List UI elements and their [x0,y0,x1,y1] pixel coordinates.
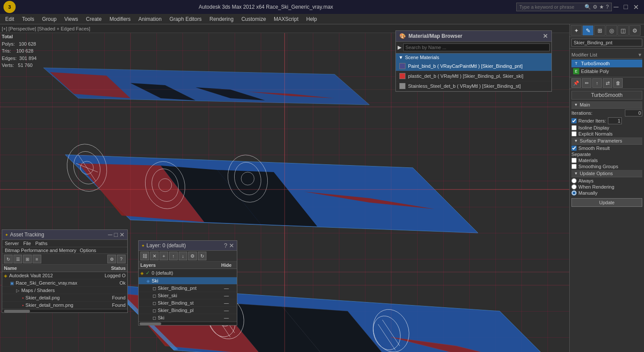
at-row-maps[interactable]: ▷ Maps / Shaders [2,287,127,294]
menu-rendering[interactable]: Rendering [206,15,237,23]
menu-tools[interactable]: Tools [19,15,38,23]
maximize-button[interactable]: □ [622,3,630,11]
menu-create[interactable]: Create [83,15,105,23]
layer-close-button[interactable]: ✕ [229,242,234,249]
manually-radio[interactable] [571,190,577,196]
layer-row-binding-pnt[interactable]: ◻ Skier_Binding_pnt — [139,285,237,292]
at-menu-file[interactable]: File [21,240,33,246]
layer-settings-btn[interactable]: ⚙ [188,252,197,260]
mat-name-0: Paint_bind_b ( VRayCarPaintMtl ) [Skier_… [408,63,523,69]
star-icon[interactable]: ★ [599,4,604,10]
minimize-button[interactable]: ─ [612,3,620,11]
menu-help[interactable]: Help [303,15,321,23]
iterations-input[interactable]: 0 [625,110,642,116]
at-close-button[interactable]: ✕ [120,231,125,238]
close-button[interactable]: ✕ [631,3,641,11]
pin-btn[interactable]: 📌 [571,78,581,88]
explicit-normals-label: Explicit Normals [578,131,613,136]
help-icon[interactable]: ⚙ [593,4,598,10]
question-icon[interactable]: ? [606,4,609,10]
at-scrollbar-horizontal[interactable] [2,309,127,312]
object-name-input[interactable]: Skier_Binding_pnt [571,39,642,46]
layer-row-binding-pl[interactable]: ◻ Skier_Binding_pl — [139,307,237,314]
smooth-result-checkbox[interactable] [571,146,577,151]
at-list-btn[interactable]: ☰ [13,255,22,263]
modifier-turbosmooth[interactable]: T TurboSmooth [571,60,642,67]
layer-move-down-btn[interactable]: ↓ [179,252,187,260]
at-detail-btn[interactable]: ≡ [33,255,41,263]
main-section-header[interactable]: ▼ Main [571,101,642,109]
transform-btn[interactable]: ⇄ [603,78,612,88]
mat-browser-close-button[interactable]: ✕ [543,33,548,40]
mat-search-input[interactable] [403,43,550,51]
at-grid-btn[interactable]: ⊞ [23,255,32,263]
search-input[interactable] [519,4,584,10]
scene-materials-header[interactable]: ▼ Scene Materials [396,53,551,61]
mat-item-0[interactable]: Paint_bind_b ( VRayCarPaintMtl ) [Skier_… [396,61,551,71]
layer-move-up-btn[interactable]: ↑ [169,252,178,260]
at-menu-server[interactable]: Server [3,240,20,246]
search-icon[interactable]: 🔍 [584,4,591,10]
at-row-maxfile[interactable]: ▣ Race_Ski_Generic_vray.max Ok [2,279,127,287]
separate-label: Separate [571,152,642,157]
pencil-btn[interactable]: ✏ [582,78,591,88]
explicit-normals-checkbox[interactable] [571,131,577,136]
layer-add-btn[interactable]: + [159,252,168,260]
menu-group[interactable]: Group [39,15,60,23]
modifier-editable-poly[interactable]: E Editable Poly [571,67,642,75]
when-rendering-radio[interactable] [571,184,577,189]
menu-maxscript[interactable]: MAXScript [270,15,302,23]
mat-item-2[interactable]: Stainless_Steel_det_b ( VRayMtl ) [Skier… [396,81,551,91]
materials-checkbox[interactable] [571,158,577,163]
layer-row-binding-st[interactable]: ◻ Skier_Binding_st — [139,299,237,307]
layer-binding-pnt-icon: ◻ [153,286,156,291]
at-menu-options[interactable]: Options [78,247,98,253]
at-minimize-button[interactable]: ─ [108,231,113,238]
layer-scrollbar-h[interactable] [139,322,237,325]
at-row-skier-detail[interactable]: ▪ Skier_detail.png Found [2,294,127,302]
menu-animation[interactable]: Animation [135,15,165,23]
at-menu-bitmap-perf[interactable]: Bitmap Performance and Memory [3,247,78,253]
menu-graph-editors[interactable]: Graph Editors [166,15,205,23]
surface-params-header[interactable]: ▼ Surface Parameters [571,137,642,145]
layer-delete-btn[interactable]: ✕ [150,252,159,260]
layer-row-ski[interactable]: ◈ Ski [139,277,237,285]
hierarchy-tab[interactable]: ⊞ [594,25,605,36]
render-iters-checkbox[interactable] [571,118,577,123]
at-help-btn[interactable]: ? [117,255,126,263]
right-panel: ✦ ✎ ⊞ ◎ ◫ ⚙ Skier_Binding_pnt Modifier L… [569,24,644,352]
layer-link-btn[interactable]: ⛓ [140,252,149,260]
layer-refresh-btn[interactable]: ↻ [198,252,206,260]
at-row-skier-detail-norm[interactable]: ▪ Skier_detail_norm.png Found [2,302,127,309]
modify-tab[interactable]: ✎ [582,25,594,36]
menu-views[interactable]: Views [61,15,82,23]
layer-help-button[interactable]: ? [224,242,227,249]
update-options-header[interactable]: ▼ Update Options [571,170,642,177]
at-settings-btn[interactable]: ⚙ [107,255,116,263]
materials-row: Materials [571,158,642,163]
layer-row-ski2[interactable]: ◻ Ski — [139,314,237,322]
smoothing-groups-checkbox[interactable] [571,164,577,169]
search-bar[interactable]: 🔍 ⚙ ★ ? [516,3,612,11]
utilities-tab[interactable]: ⚙ [629,25,641,36]
delete-mod-btn[interactable]: 🗑 [613,78,623,88]
menu-edit[interactable]: Edit [2,15,18,23]
layer-row-default[interactable]: ◈ ✓ 0 (default) [139,269,237,277]
display-tab[interactable]: ◫ [617,25,629,36]
menu-customize[interactable]: Customize [238,15,269,23]
create-tab[interactable]: ✦ [571,25,582,36]
at-vault-status: Logged O [95,273,126,278]
isoline-checkbox[interactable] [571,125,577,130]
menu-modifiers[interactable]: Modifiers [106,15,134,23]
always-radio[interactable] [571,178,577,183]
arrow-btn[interactable]: ↑ [592,78,602,88]
mat-item-1[interactable]: plastic_det_b ( VRayMtl ) [Skier_Binding… [396,71,551,81]
motion-tab[interactable]: ◎ [606,25,617,36]
render-iters-input[interactable] [608,117,622,124]
at-restore-button[interactable]: □ [114,231,118,238]
at-refresh-btn[interactable]: ↻ [4,255,13,263]
at-menu-paths[interactable]: Paths [33,240,49,246]
update-button[interactable]: Update [571,198,642,207]
layer-row-skier-ski[interactable]: ◻ Skier_ski — [139,292,237,299]
at-row-vault[interactable]: ◈ Autodesk Vault 2012 Logged O [2,272,127,279]
